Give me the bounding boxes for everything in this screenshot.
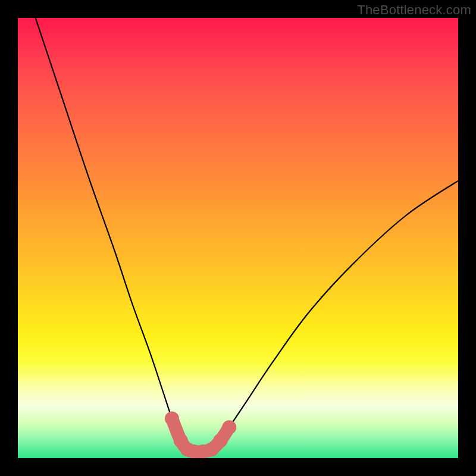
watermark-label: TheBottleneck.com <box>357 2 471 18</box>
highlight-dot <box>213 433 227 447</box>
plot-area <box>18 18 458 458</box>
curve-svg <box>18 18 458 458</box>
bottleneck-curve <box>36 18 458 452</box>
chart-frame: TheBottleneck.com <box>0 0 476 476</box>
highlight-dot <box>222 420 236 434</box>
highlight-dot <box>165 411 179 425</box>
